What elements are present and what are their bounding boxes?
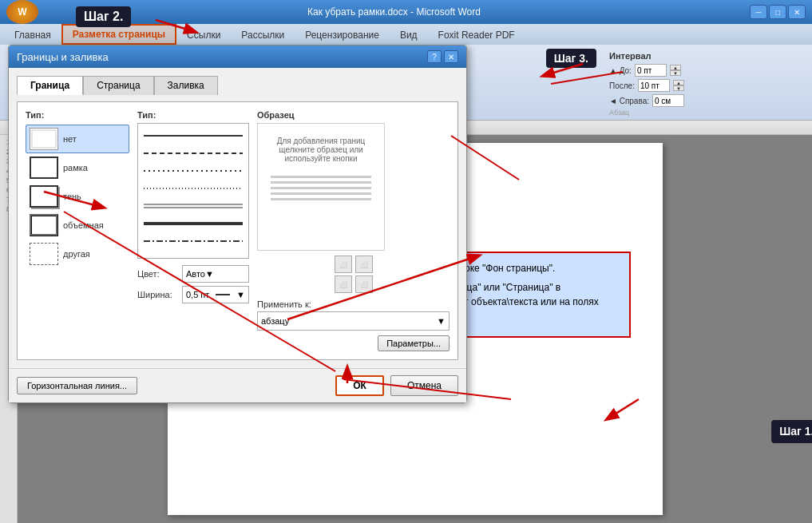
dialog-tab-stranica[interactable]: Страница [83, 76, 153, 95]
interval-label: Интервал [609, 51, 802, 61]
border-type-net[interactable]: нет [26, 125, 129, 153]
border-ramka-label: рамка [63, 163, 88, 172]
maximize-button[interactable]: □ [769, 5, 786, 19]
preview-content: Для добавления границщелкните образец ил… [258, 124, 384, 250]
params-button[interactable]: Параметры... [378, 335, 450, 351]
posle-label: После: [609, 81, 635, 90]
border-type-obemnaya[interactable]: объемная [26, 211, 129, 240]
color-section: Цвет: Авто ▼ Ширина: 0,5 пт ▼ [137, 265, 249, 303]
border-none-icon [30, 128, 58, 150]
dialog-body: Тип: нет рамка тень объем [17, 101, 458, 360]
sleva-input[interactable] [652, 94, 684, 107]
tab-recenzirovanie[interactable]: Рецензирование [295, 24, 390, 45]
line-style-double[interactable] [141, 197, 245, 215]
office-button[interactable]: W [6, 0, 38, 24]
step2-badge: Шаг 2. [76, 6, 131, 27]
preview-box[interactable]: Для добавления границщелкните образец ил… [257, 123, 385, 251]
tab-glavnaya[interactable]: Главная [4, 24, 61, 45]
apply-dropdown[interactable]: абзацу ▼ [257, 311, 450, 331]
preview-hint: Для добавления границщелкните образец ил… [264, 130, 378, 169]
tab-foxit[interactable]: Foxit Reader PDF [428, 24, 525, 45]
dialog-content: Граница Страница Заливка Тип: нет рамка [9, 68, 466, 368]
border-drugaya-icon [30, 243, 58, 265]
ok-button[interactable]: ОК [335, 375, 384, 396]
dialog-tab-granica[interactable]: Граница [17, 76, 83, 95]
border-type-ramka[interactable]: рамка [26, 153, 129, 182]
window-controls: ─ □ ✕ [750, 5, 806, 19]
apply-label: Применить к: [257, 299, 450, 309]
line-style-solid[interactable] [141, 127, 245, 145]
border-ramka-icon [30, 157, 58, 179]
dialog-title: Границы и заливка [17, 51, 109, 63]
close-button[interactable]: ✕ [788, 5, 806, 19]
border-dir-btn-3[interactable]: ⬜ [335, 275, 352, 293]
border-direction-buttons-row2: ⬜ ⬜ [257, 275, 450, 293]
border-types-panel: Тип: нет рамка тень объем [26, 110, 129, 351]
width-label: Ширина: [137, 290, 177, 299]
color-dropdown[interactable]: Авто ▼ [182, 265, 249, 283]
line-styles-list[interactable] [137, 123, 249, 259]
dialog-help-btn[interactable]: ? [427, 50, 442, 63]
color-value: Авто [186, 269, 205, 279]
middle-type-label: Тип: [137, 110, 249, 120]
window-title: Как убрать рамки.docx - Microsoft Word [38, 6, 750, 18]
border-type-ten[interactable]: тень [26, 182, 129, 211]
borders-dialog: Границы и заливка ? ✕ Граница Страница З… [8, 45, 467, 403]
abzac-group-label: Абзац [609, 109, 802, 117]
dialog-title-bar: Границы и заливка ? ✕ [9, 46, 466, 68]
do-label: ▲ До: [609, 66, 632, 75]
preview-panel: Образец Для добавления границщелкните об… [257, 110, 450, 351]
apply-section: Применить к: абзацу ▼ [257, 299, 450, 331]
line-styles-panel: Тип: [137, 110, 249, 351]
do-spin-up[interactable]: ▲ [670, 65, 681, 70]
border-ten-label: тень [63, 192, 81, 201]
border-dir-btn-2[interactable]: ⬜ [355, 256, 373, 273]
line-style-thick[interactable] [141, 215, 245, 232]
horiz-line-button[interactable]: Горизонтальная линия... [17, 377, 137, 394]
dialog-tab-zalivka[interactable]: Заливка [154, 76, 218, 95]
apply-value: абзацу [261, 316, 289, 326]
ribbon-abzac-section: Интервал ▲ До: ▲ ▼ После: ▲ ▼ ◄ Справа: … [606, 48, 806, 120]
border-direction-buttons: ⬜ ⬜ [257, 256, 450, 273]
width-dropdown[interactable]: 0,5 пт ▼ [182, 286, 249, 303]
line-style-dotted[interactable] [141, 180, 245, 197]
type-label: Тип: [26, 110, 129, 120]
width-value: 0,5 пт [186, 290, 209, 299]
line-style-dashed1[interactable] [141, 145, 245, 162]
tab-vid[interactable]: Вид [390, 24, 428, 45]
sample-label: Образец [257, 110, 450, 120]
tab-ssylki[interactable]: Ссылки [176, 24, 231, 45]
border-obemnaya-label: объемная [63, 220, 104, 230]
line-style-dashdot[interactable] [141, 232, 245, 250]
dialog-footer: Горизонтальная линия... ОК Отмена [9, 368, 466, 402]
color-label: Цвет: [137, 269, 177, 279]
cancel-button[interactable]: Отмена [390, 375, 458, 396]
posle-spin-up[interactable]: ▲ [673, 80, 684, 85]
dialog-close-btn[interactable]: ✕ [444, 50, 458, 63]
border-net-label: нет [63, 134, 77, 144]
do-input[interactable] [635, 64, 667, 77]
border-dir-btn-1[interactable]: ⬜ [335, 256, 352, 273]
step1-badge: Шаг 1. [771, 420, 812, 443]
line-style-dashed2[interactable] [141, 162, 245, 180]
border-ten-icon [30, 185, 58, 208]
posle-spin-down[interactable]: ▼ [673, 85, 684, 91]
svg-rect-0 [32, 130, 56, 148]
tab-rassylki[interactable]: Рассылки [231, 24, 295, 45]
border-dir-btn-4[interactable]: ⬜ [355, 275, 373, 293]
border-drugaya-label: другая [63, 249, 90, 259]
posle-input[interactable] [638, 79, 670, 92]
border-obemnaya-icon [30, 214, 58, 236]
step3-badge: Шаг 3. [546, 49, 596, 68]
do-spin-down[interactable]: ▼ [670, 70, 681, 76]
sleva-label: ◄ Справа: [609, 97, 649, 105]
minimize-button[interactable]: ─ [750, 5, 767, 19]
border-type-drugaya[interactable]: другая [26, 240, 129, 268]
dialog-tabs: Граница Страница Заливка [17, 76, 458, 95]
